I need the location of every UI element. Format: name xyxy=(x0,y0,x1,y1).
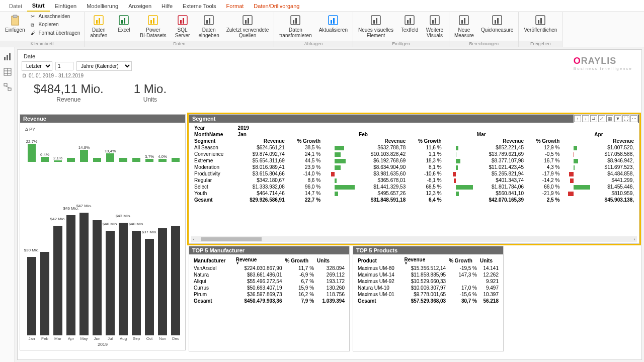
segment-matrix[interactable]: Segment ↑ ↓ ⇊ ⤢ ▦ ▼ ⛶ ⋯ Year2019MonthNam… xyxy=(189,114,639,244)
svg-rect-25 xyxy=(333,18,335,24)
excel-button[interactable]: Excel xyxy=(113,13,135,34)
power-button[interactable]: PowerBI-Datasets xyxy=(138,13,168,39)
expand-icon[interactable]: ⤢ xyxy=(598,115,605,122)
svg-rect-34 xyxy=(435,18,436,24)
weitere-button[interactable]: WeitereVisuals xyxy=(424,13,446,39)
calendar-icon: 🗓 xyxy=(22,73,27,78)
growth-bar: 2,1% xyxy=(52,156,63,162)
aktualisieren-button[interactable]: Aktualisieren xyxy=(317,13,350,34)
drill-next-icon[interactable]: ⇊ xyxy=(590,115,597,122)
svg-rect-3 xyxy=(96,20,98,24)
quickmeasure-button[interactable]: Quickmeasure xyxy=(479,13,515,34)
tab-start[interactable]: Start xyxy=(27,1,50,12)
tab-file[interactable]: Datei xyxy=(4,1,27,11)
filter-icon[interactable]: ▼ xyxy=(614,115,621,122)
segment-title: Segment xyxy=(189,115,639,123)
daten-button[interactable]: Datentransformieren xyxy=(277,13,313,39)
sql-button[interactable]: SQLServer xyxy=(172,13,194,39)
revenue-bar: $40 Mio. xyxy=(131,231,142,335)
textfeld-button[interactable]: Textfeld xyxy=(398,13,421,34)
date-count-input[interactable] xyxy=(55,62,73,70)
revenue-bar xyxy=(157,228,168,335)
svg-rect-21 xyxy=(293,20,294,24)
ribbon-tabs: Datei StartEinfügenModellierungAnzeigenH… xyxy=(0,0,644,12)
group-insert-label: Einfügen xyxy=(353,41,449,47)
neuesvisuelles-button[interactable]: Neues visuellesElement xyxy=(356,13,395,39)
growth-bar: 10,4% xyxy=(105,149,116,162)
tab-hilfe[interactable]: Hilfe xyxy=(156,1,178,11)
svg-rect-16 xyxy=(209,18,210,24)
brand-logo: ORAYLISBusiness Intelligence xyxy=(574,56,632,71)
data-view-icon[interactable] xyxy=(3,67,12,76)
xaxis-label: Mar xyxy=(52,336,63,341)
group-data-label: Daten xyxy=(85,41,274,47)
format-painter-button[interactable]: 🖌Format übertragen xyxy=(30,30,81,37)
svg-rect-6 xyxy=(121,20,123,24)
svg-rect-7 xyxy=(124,18,125,24)
more-icon[interactable]: ⋯ xyxy=(630,115,637,122)
report-view-icon[interactable] xyxy=(3,52,12,61)
tab-anzeigen[interactable]: Anzeigen xyxy=(123,1,156,11)
tab-modellierung[interactable]: Modellierung xyxy=(82,1,123,11)
top5-products[interactable]: TOP 5 Products ProductRevenue▼% GrowthUn… xyxy=(353,246,504,351)
horizontal-scrollbar[interactable]: ‹› xyxy=(191,236,637,242)
svg-rect-4 xyxy=(99,18,100,24)
drill-up-icon[interactable]: ↑ xyxy=(574,115,581,122)
svg-rect-18 xyxy=(245,20,247,24)
xaxis-label: Aug xyxy=(118,336,129,341)
tab-externetools[interactable]: Externe Tools xyxy=(178,1,221,11)
date-unit-select[interactable]: Jahre (Kalender) xyxy=(76,61,132,71)
revenue-bar xyxy=(92,220,103,335)
top5-manufacturer[interactable]: TOP 5 Manufacturer ManufacturerRevenue▼%… xyxy=(189,246,350,351)
growth-bar: 14,8% xyxy=(78,145,90,162)
copy-button[interactable]: ⧉Kopieren xyxy=(30,21,81,28)
paste-button[interactable]: Einfügen xyxy=(3,13,27,34)
svg-rect-30 xyxy=(407,20,409,24)
xaxis-label: Nov xyxy=(157,336,168,341)
svg-rect-22 xyxy=(295,18,297,24)
group-clipboard-label: Klemmbrett xyxy=(0,41,84,47)
verffentlichen-button[interactable]: Veröffentlichen xyxy=(522,13,559,34)
switch-icon[interactable]: ▦ xyxy=(606,115,613,122)
drill-down-icon[interactable]: ↓ xyxy=(582,115,589,122)
neue-button[interactable]: NeueMeasure xyxy=(452,13,476,39)
revenue-bar: $47 Mio. xyxy=(78,213,90,335)
revenue-bar xyxy=(39,252,50,335)
growth-bar: 22,7% xyxy=(26,139,37,162)
svg-rect-12 xyxy=(180,20,182,24)
visual-toolbar: ↑ ↓ ⇊ ⤢ ▦ ▼ ⛶ ⋯ xyxy=(574,115,638,123)
revenue-chart-title: Revenue xyxy=(20,115,185,123)
growth-bar xyxy=(118,158,129,162)
tab-format[interactable]: Format xyxy=(221,1,249,11)
svg-rect-45 xyxy=(7,55,8,60)
xaxis-label: Sep xyxy=(131,336,142,341)
revenue-bar: $43 Mio. xyxy=(118,223,129,335)
xaxis-label: May xyxy=(78,336,90,341)
tab-einfgen[interactable]: Einfügen xyxy=(50,1,82,11)
xaxis-label: Jul xyxy=(105,336,116,341)
svg-rect-33 xyxy=(432,20,434,24)
zuletztverwendete-button[interactable]: Zuletzt verwendeteQuellen xyxy=(224,13,271,39)
daten-button[interactable]: Dateneingeben xyxy=(197,13,221,39)
model-view-icon[interactable] xyxy=(3,82,12,92)
revenue-chart[interactable]: Revenue Δ PY 22,7%6,4%2,1%14,8%10,4%3,7%… xyxy=(20,114,186,350)
revenue-bar: $37 Mio. xyxy=(144,239,155,335)
tab-datendrillvorgang[interactable]: Daten/Drillvorgang xyxy=(249,1,304,11)
svg-rect-31 xyxy=(410,18,411,24)
xaxis-label: Apr xyxy=(65,336,76,341)
kpi-revenue: $484,11 Mio.Revenue xyxy=(34,82,104,103)
growth-bar: 3,7% xyxy=(144,154,155,162)
focus-icon[interactable]: ⛶ xyxy=(622,115,629,122)
revenue-bar: $42 Mio. xyxy=(52,226,63,335)
date-mode-select[interactable]: Letzter xyxy=(22,61,52,71)
svg-rect-13 xyxy=(183,18,184,24)
svg-rect-42 xyxy=(538,20,539,24)
daten-button[interactable]: Datenabrufen xyxy=(88,13,110,39)
ribbon: Einfügen ✂Ausschneiden ⧉Kopieren 🖌Format… xyxy=(0,12,644,47)
svg-rect-19 xyxy=(248,18,249,24)
report-canvas: Date Letzter Jahre (Kalender) 🗓01.01.201… xyxy=(17,49,642,360)
svg-rect-9 xyxy=(150,20,152,24)
cut-button[interactable]: ✂Ausschneiden xyxy=(30,13,81,20)
svg-rect-43 xyxy=(540,18,542,24)
group-calc-label: Berechnungen xyxy=(449,41,518,47)
